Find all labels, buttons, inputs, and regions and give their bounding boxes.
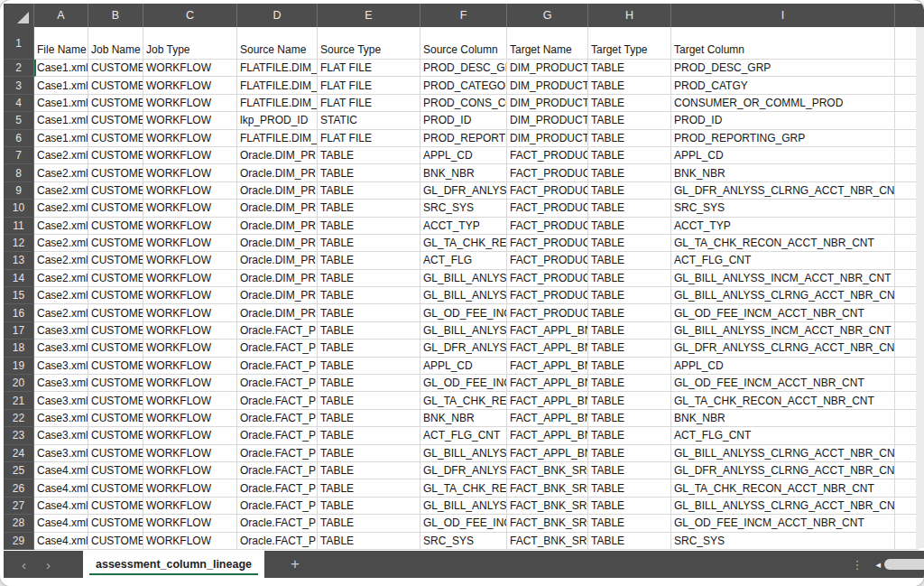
cell[interactable]: FACT_PRODUC [507,164,588,181]
cell[interactable]: TABLE [318,358,420,375]
cell[interactable]: Target Name [507,27,588,60]
cell[interactable]: TABLE [318,340,420,357]
overflow-menu-icon[interactable]: ⋮ [851,558,863,572]
cell[interactable]: TABLE [588,218,671,235]
cell[interactable]: TABLE [318,479,420,497]
cell[interactable]: WORKFLOW [143,392,237,409]
row-number[interactable]: 22 [4,410,34,427]
cell[interactable]: FLATFILE.DIM_ [237,60,318,77]
row-number[interactable]: 29 [4,533,34,550]
cell[interactable]: Source Type [318,27,420,60]
cell[interactable]: Oracle.DIM_PR [237,218,318,235]
cell[interactable]: GL_DFR_ANLYSS [420,462,507,479]
column-header[interactable]: I [671,4,895,27]
cell[interactable]: WORKFLOW [143,375,237,392]
cell[interactable]: FACT_PRODUC [507,287,588,304]
cell[interactable]: APPL_CD [671,358,895,375]
cell[interactable]: Oracle.FACT_P [237,392,318,409]
cell[interactable]: TABLE [318,270,420,287]
cell[interactable]: CUSTOME [88,392,143,409]
row-number[interactable]: 6 [4,130,34,147]
cell[interactable]: GL_TA_CHK_RECON_ACCT_NBR_CNT [671,235,895,252]
cell[interactable]: GL_DFR_ANLYSS_CLRNG_ACCT_NBR_CNT [671,182,895,200]
cell[interactable]: TABLE [588,77,671,94]
row-number[interactable]: 26 [4,479,34,497]
cell[interactable]: ACT_FLG_CNT [671,427,895,444]
cell[interactable]: FLATFILE.DIM_ [237,77,318,94]
cell[interactable]: Oracle.FACT_P [237,340,318,357]
cell[interactable]: PROD_REPORTIN [420,130,507,147]
cell[interactable]: GL_TA_CHK_REC [420,479,507,497]
cell[interactable]: Oracle.FACT_P [237,515,318,532]
vertical-scrollbar[interactable] [916,27,924,548]
cell[interactable]: GL_DFR_ANLYSS [420,182,507,200]
cell[interactable]: Oracle.FACT_P [237,533,318,550]
cell[interactable]: STATIC [318,112,420,129]
cell[interactable]: CUSTOME [88,375,143,392]
select-all-corner[interactable] [4,4,34,27]
cell[interactable]: CUSTOME [88,77,143,94]
cell[interactable]: PROD_CATEGOR [420,77,507,94]
cell[interactable]: FACT_PRODUC [507,200,588,217]
cell[interactable]: CUSTOME [88,322,143,340]
cell[interactable]: Oracle.DIM_PR [237,164,318,181]
cell[interactable]: WORKFLOW [143,252,237,269]
cell[interactable]: CUSTOME [88,270,143,287]
row-number[interactable]: 10 [4,200,34,217]
cell[interactable]: WORKFLOW [143,515,237,532]
cell[interactable]: Case4.xml [34,498,88,515]
cell[interactable]: CUSTOME [88,182,143,200]
cell[interactable]: TABLE [588,147,671,164]
cell[interactable]: Case3.xml [34,445,88,462]
cell[interactable]: TABLE [588,252,671,269]
cell[interactable]: FACT_PRODUC [507,182,588,200]
row-number[interactable]: 16 [4,304,34,321]
cell[interactable]: TABLE [318,515,420,532]
cell[interactable]: File Name [34,27,88,60]
cell[interactable]: Case3.xml [34,392,88,409]
row-number[interactable]: 5 [4,112,34,129]
cell[interactable]: GL_TA_CHK_REC [420,392,507,409]
cell[interactable]: CUSTOME [88,112,143,129]
cell[interactable]: TABLE [588,304,671,321]
row-number[interactable]: 17 [4,322,34,340]
cell[interactable]: TABLE [318,252,420,269]
cell[interactable]: Case3.xml [34,375,88,392]
row-number[interactable]: 14 [4,270,34,287]
cell[interactable]: FACT_APPL_BN [507,392,588,409]
cell[interactable]: GL_OD_FEE_INC [420,515,507,532]
cell[interactable]: Case4.xml [34,462,88,479]
column-header[interactable]: D [237,4,318,27]
cell[interactable]: Job Name [88,27,143,60]
cell[interactable]: TABLE [588,60,671,77]
cell[interactable]: Source Name [237,27,318,60]
cell[interactable]: CUSTOME [88,358,143,375]
cell[interactable]: FACT_PRODUC [507,147,588,164]
cell[interactable]: BNK_NBR [420,164,507,181]
cell[interactable]: TABLE [588,498,671,515]
row-number[interactable]: 18 [4,340,34,357]
row-number[interactable]: 25 [4,462,34,479]
cell[interactable]: FLATFILE.DIM_ [237,95,318,112]
cell[interactable]: Case4.xml [34,515,88,532]
scroll-left-icon[interactable]: ◂ [875,559,881,571]
cell[interactable]: CUSTOME [88,445,143,462]
cell[interactable]: CUSTOME [88,498,143,515]
cell[interactable]: TABLE [588,479,671,497]
cell[interactable]: GL_BILL_ANLYSS [420,287,507,304]
cell[interactable]: SRC_SYS [671,533,895,550]
cell[interactable]: WORKFLOW [143,147,237,164]
cell[interactable]: WORKFLOW [143,358,237,375]
cell[interactable]: BNK_NBR [420,410,507,427]
cell[interactable]: DIM_PRODUCT [507,77,588,94]
cell[interactable]: WORKFLOW [143,533,237,550]
prev-sheet-icon[interactable]: ‹ [22,558,26,572]
cell[interactable]: TABLE [318,445,420,462]
cell[interactable]: WORKFLOW [143,304,237,321]
column-header[interactable] [895,4,919,27]
cell[interactable]: Case4.xml [34,533,88,550]
cell[interactable]: WORKFLOW [143,340,237,357]
cell[interactable]: ACCT_TYP [671,218,895,235]
cell[interactable]: FACT_APPL_BN [507,427,588,444]
cell[interactable]: WORKFLOW [143,200,237,217]
